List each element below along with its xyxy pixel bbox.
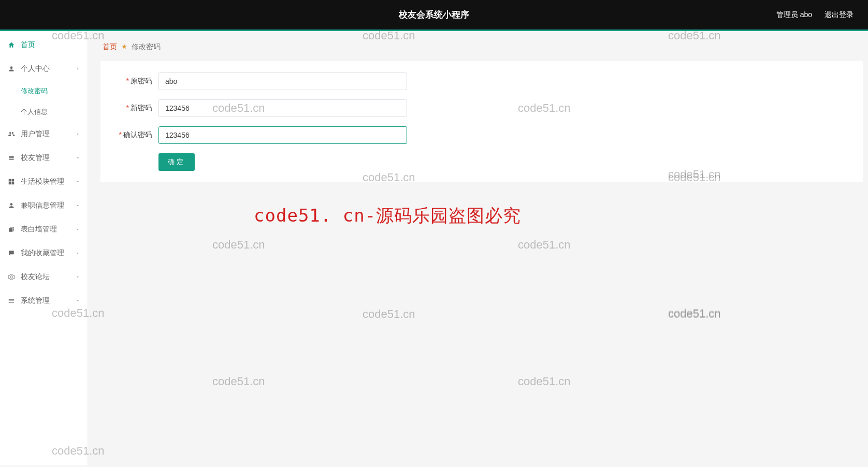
- old-password-input[interactable]: [158, 72, 407, 90]
- watermark: code51.cn: [212, 375, 265, 388]
- user-icon: [7, 201, 16, 210]
- app-title: 校友会系统小程序: [399, 9, 469, 21]
- watermark: code51.cn: [212, 238, 265, 252]
- watermark: code51.cn: [668, 308, 721, 321]
- user-icon: [7, 65, 16, 73]
- old-password-label: *原密码: [111, 77, 152, 86]
- chevron-down-icon: [75, 130, 80, 138]
- chevron-down-icon: [75, 201, 80, 210]
- new-password-input[interactable]: [158, 99, 407, 117]
- sidebar-item-system-mgmt[interactable]: 系统管理: [0, 289, 88, 313]
- app-header: 校友会系统小程序 管理员 abo 退出登录: [0, 0, 868, 31]
- sidebar-item-label: 校友论坛: [21, 272, 50, 282]
- home-icon: [7, 41, 16, 49]
- confirm-password-input[interactable]: [158, 126, 407, 144]
- breadcrumb-current: 修改密码: [132, 42, 161, 52]
- sidebar: 首页 个人中心 修改密码 个人信息 用户管理 校友管理 生活模块管理: [0, 31, 88, 465]
- copy-icon: [7, 225, 16, 233]
- sidebar-item-alumni-mgmt[interactable]: 校友管理: [0, 146, 88, 170]
- watermark-big: code51. cn-源码乐园盗图必究: [254, 204, 521, 228]
- chevron-down-icon: [75, 249, 80, 257]
- list-icon: [7, 154, 16, 162]
- chevron-down-icon: [75, 178, 80, 186]
- password-form: *原密码 *新密码 *确认密码 确定: [100, 61, 863, 182]
- confirm-password-label: *确认密码: [111, 130, 152, 140]
- sidebar-item-label: 校友管理: [21, 153, 50, 163]
- sidebar-item-label: 个人中心: [21, 64, 50, 74]
- chevron-down-icon: [75, 297, 80, 305]
- cog-icon: [7, 273, 16, 281]
- header-right: 管理员 abo 退出登录: [776, 10, 868, 20]
- chevron-down-icon: [75, 154, 80, 162]
- sidebar-item-label: 用户管理: [21, 129, 50, 139]
- bars-icon: [7, 297, 16, 305]
- submit-button[interactable]: 确定: [158, 153, 195, 171]
- watermark: code51.cn: [518, 238, 571, 252]
- sidebar-item-confession-wall[interactable]: 表白墙管理: [0, 217, 88, 241]
- sidebar-item-label: 兼职信息管理: [21, 201, 64, 210]
- sidebar-item-life-module[interactable]: 生活模块管理: [0, 170, 88, 194]
- star-icon: [121, 43, 127, 51]
- new-password-label: *新密码: [111, 104, 152, 113]
- sidebar-item-forum[interactable]: 校友论坛: [0, 265, 88, 289]
- breadcrumb: 首页 修改密码: [100, 40, 863, 61]
- users-icon: [7, 130, 16, 138]
- sidebar-item-label: 生活模块管理: [21, 177, 64, 186]
- sidebar-item-label: 系统管理: [21, 296, 50, 305]
- admin-label[interactable]: 管理员 abo: [776, 10, 812, 20]
- sidebar-item-favorites[interactable]: 我的收藏管理: [0, 241, 88, 265]
- sidebar-item-home[interactable]: 首页: [0, 33, 88, 57]
- sidebar-item-label: 我的收藏管理: [21, 249, 64, 258]
- sidebar-item-label: 表白墙管理: [21, 225, 57, 234]
- chevron-down-icon: [75, 273, 80, 281]
- breadcrumb-home[interactable]: 首页: [103, 42, 117, 52]
- watermark: code51.cn: [363, 308, 415, 321]
- sidebar-item-parttime-mgmt[interactable]: 兼职信息管理: [0, 194, 88, 217]
- sidebar-subitem-personal-info[interactable]: 个人信息: [0, 101, 88, 122]
- sidebar-subitem-change-password[interactable]: 修改密码: [0, 81, 88, 101]
- sidebar-item-personal[interactable]: 个人中心: [0, 57, 88, 81]
- sidebar-item-label: 首页: [21, 40, 35, 50]
- chat-icon: [7, 249, 16, 257]
- logout-link[interactable]: 退出登录: [824, 10, 853, 20]
- chevron-up-icon: [75, 65, 80, 73]
- main-content: 首页 修改密码 *原密码 *新密码 *确认密码 确定 code51.cn cod…: [88, 31, 868, 465]
- sidebar-item-user-mgmt[interactable]: 用户管理: [0, 122, 88, 146]
- watermark: code51.cn: [518, 375, 571, 388]
- chevron-down-icon: [75, 225, 80, 233]
- grid-icon: [7, 178, 16, 186]
